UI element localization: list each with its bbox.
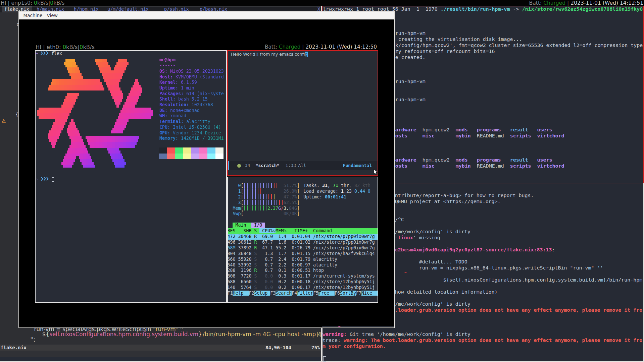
text-segment	[257, 279, 265, 284]
text-segment: ${	[42, 331, 49, 338]
info-label: Kernel:	[159, 80, 178, 85]
info-label: GPU:	[159, 130, 170, 135]
htop-row: 688 6560 S 0.0 0.2 0:00.18 /nix/store/12…	[228, 279, 375, 285]
text-segment	[504, 163, 510, 169]
header-sort-column[interactable]: CPU%▽	[259, 228, 276, 233]
text-segment: 0.7 2.2 0:00.97 alacritty	[257, 262, 337, 267]
vm-emacs-window[interactable]: Hello World!! from my emacs config 34 *s…	[227, 50, 378, 176]
vm-xmobar-net: HI | eth0: 0kB/s|0kB/s	[36, 44, 95, 50]
text-segment: misc	[423, 163, 435, 169]
meter-bar	[244, 200, 245, 205]
htop-meter: 2[	[228, 194, 244, 200]
fkey-action-Setup[interactable]: Setup	[254, 291, 270, 296]
text-segment: 660 55920	[228, 257, 254, 262]
text-segment: ]	[297, 189, 300, 194]
text-segment: ]	[297, 211, 300, 216]
menu-view[interactable]: View	[47, 12, 58, 19]
header-columns[interactable]: MEM% TIME+ Command	[276, 228, 332, 233]
header-columns[interactable]: RES SHR S	[228, 228, 260, 233]
meter-bar	[255, 194, 256, 199]
space	[38, 177, 41, 182]
modeline-scroll: All	[298, 163, 306, 168]
neofetch-info-line: Terminal: alacritty	[159, 119, 229, 125]
text-segment: [	[241, 200, 243, 205]
vm-terminal-htop[interactable]: 0[51.7%] 1[26.0%] 2[47.7%] 3[62.5%] Mem[…	[227, 177, 378, 303]
fkey-action-Nice[interactable]: Nice	[361, 291, 378, 296]
vm-screen: HI | eth0: 0kB/s|0kB/s Batt: Charged | 2…	[35, 44, 379, 303]
palette-swatch	[175, 154, 183, 159]
meter-bar	[252, 200, 253, 205]
terminal-cursor	[52, 177, 54, 182]
text-segment: hpm.qcow2	[423, 127, 450, 133]
text-segment: Tasks:	[303, 183, 322, 188]
vm-terminal-neofetch[interactable]: ~ flex me@hpm------OS: NixOS 23.05.20231…	[35, 50, 227, 303]
text-segment: 51.7%	[284, 183, 297, 188]
modeline-position: 84,96-104	[265, 345, 291, 351]
text-segment: |	[300, 44, 305, 50]
htop-row: 140 5764 S 0.0 0.2 0:00.17 /nix/store/12…	[228, 285, 375, 291]
meter-bar	[247, 183, 248, 188]
meter-bar	[274, 194, 275, 199]
htop-tab-main: Main	[233, 223, 251, 228]
palette-swatch	[167, 154, 175, 159]
htop-meter-close: ]	[297, 194, 300, 200]
text-segment: Main	[233, 223, 251, 228]
fkey-action-Filter[interactable]: Filter	[297, 291, 313, 296]
space	[38, 51, 41, 56]
htop-meter-close: ]	[297, 189, 300, 194]
neofetch-info-line: Packages: 619 (nix-syste	[159, 91, 229, 97]
palette-swatch	[159, 147, 167, 153]
prompt-chevrons-icon	[41, 51, 49, 56]
modeline-major-mode: Fundamental	[343, 163, 372, 168]
xmobar-clock: Batt: Charged | 2023-11-01 (Wed) 14:12:5…	[529, 0, 643, 6]
meter-bar	[260, 205, 261, 210]
fkey-action-Help[interactable]: Help	[233, 291, 249, 296]
info-value: NixOS 23.05.20231023	[167, 69, 224, 74]
info-label: CPU:	[159, 125, 170, 130]
meter-bar	[255, 183, 256, 188]
text-segment: 1	[341, 189, 344, 194]
text-segment: Batt:	[529, 0, 544, 6]
htop-meter-close: ]	[297, 206, 300, 212]
emacs-minibuffer	[0, 357, 321, 361]
text-segment: '';	[31, 336, 36, 343]
qemu-window[interactable]: Machine View HI | eth0: 0kB/s|0kB/s Batt…	[18, 11, 395, 328]
palette-swatch	[191, 154, 199, 159]
text-segment: 67.7 1.6 0:01.02 /nix/store/p7pp0ix0wr7g	[257, 240, 375, 245]
fkey-F4: F4	[292, 291, 297, 296]
menu-machine[interactable]: Machine	[23, 12, 43, 19]
neofetch-info-line: Shell: bash 5.2.15	[159, 97, 229, 102]
meter-bar	[271, 200, 272, 205]
meter-bar	[252, 194, 253, 199]
fkey-action-Search[interactable]: Search	[276, 291, 292, 296]
text-segment: /	[281, 206, 284, 211]
info-value: xmonad	[167, 113, 186, 118]
qemu-menubar[interactable]: Machine View	[19, 12, 394, 19]
text-segment: kB/s|	[66, 44, 80, 50]
text-segment: virtchord	[537, 133, 564, 139]
fkey-action-Tree[interactable]: Tree	[318, 291, 335, 296]
terminal-line: warning: Git tree '/home/me/work/config'…	[323, 331, 470, 337]
fkey-action-SortBy[interactable]: SortBy	[340, 291, 356, 296]
meter-bar	[247, 205, 248, 210]
info-label: Resolution:	[159, 102, 189, 107]
text-segment	[407, 133, 423, 139]
text-segment: ./result/bin/run-hpm-vm	[441, 7, 510, 12]
fkey-F3: F3	[270, 291, 276, 296]
text-segment: 2.37	[267, 206, 278, 211]
meter-bar	[260, 183, 261, 188]
text-segment	[528, 157, 537, 163]
vm-emacs-modeline: 34 *scratch* 1:33 All Fundamental	[228, 161, 378, 170]
text-segment: ardware	[395, 157, 416, 163]
text-segment: [	[241, 194, 243, 199]
text-segment: self.nixosConfigurations.hpm.config.syst…	[49, 331, 198, 338]
xmobar-outer: HI | enp1s0: 0kB/s|0kB/s Batt: Charged |…	[0, 0, 644, 6]
fkey-F2: F2	[249, 291, 254, 296]
neofetch-info-line: WM: xmonad	[159, 113, 229, 119]
meter-bar	[277, 183, 277, 188]
text-segment: Git tree '/home/me/work/config' is dirty	[347, 331, 470, 337]
meter-bar	[255, 205, 256, 210]
text-segment: Batt:	[265, 44, 279, 50]
htop-meter-pct: 26.0%	[284, 189, 297, 194]
info-label: Terminal:	[159, 119, 184, 124]
